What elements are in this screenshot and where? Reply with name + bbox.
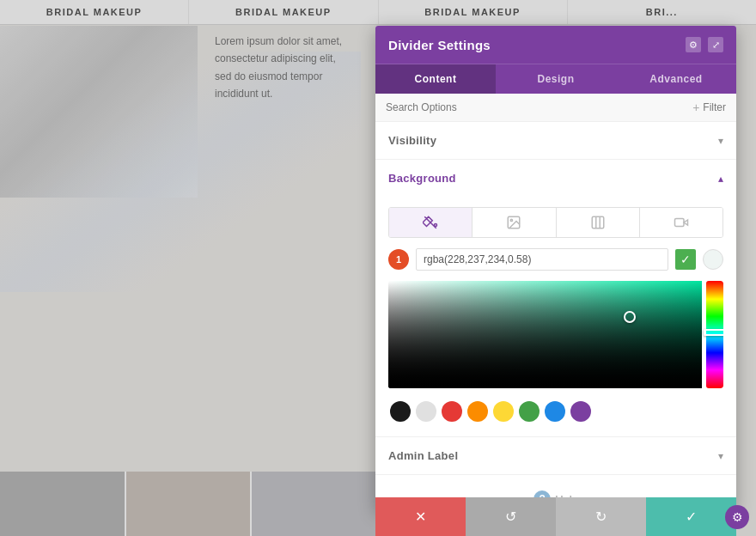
panel-tabs: Content Design Advanced [375, 64, 736, 94]
cancel-button[interactable]: ✕ [375, 497, 466, 536]
background-chevron-icon: ▴ [718, 173, 723, 185]
swatch-light-gray[interactable] [416, 401, 436, 422]
bg-type-tabs [388, 207, 723, 238]
admin-label-section[interactable]: Admin Label ▾ [375, 437, 736, 475]
svg-rect-2 [592, 216, 604, 228]
search-input[interactable] [386, 101, 692, 113]
hue-thumb [704, 329, 723, 336]
color-preview-circle [703, 249, 723, 270]
color-badge-number: 1 [388, 249, 409, 270]
swatch-yellow[interactable] [493, 401, 514, 422]
swatch-purple[interactable] [570, 401, 591, 422]
admin-label-text: Admin Label [388, 449, 458, 462]
swatch-green[interactable] [519, 401, 540, 422]
hue-slider[interactable] [706, 281, 723, 388]
panel-title: Divider Settings [388, 38, 491, 52]
filter-button[interactable]: + Filter [692, 100, 726, 114]
swatch-blue[interactable] [545, 401, 565, 422]
swatch-red[interactable] [442, 401, 462, 422]
tab-content[interactable]: Content [375, 64, 496, 94]
color-picker-area[interactable] [388, 281, 723, 388]
undo-button[interactable]: ↺ [466, 497, 556, 536]
bg-type-video[interactable] [640, 208, 722, 237]
panel-header-icons: ⚙ ⤢ [686, 37, 723, 52]
visibility-label: Visibility [388, 134, 436, 147]
filter-label: Filter [703, 101, 726, 113]
bg-type-color[interactable] [389, 208, 472, 237]
settings-icon[interactable]: ⚙ [686, 37, 701, 52]
background-section-content: 1 ✓ [375, 197, 736, 437]
svg-point-1 [511, 219, 513, 221]
redo-button[interactable]: ↻ [556, 497, 646, 536]
settings-panel: Divider Settings ⚙ ⤢ Content Design Adva… [375, 26, 736, 511]
admin-label-chevron-icon: ▾ [718, 450, 723, 462]
swatch-black[interactable] [390, 401, 411, 422]
panel-header: Divider Settings ⚙ ⤢ [375, 26, 736, 64]
tab-advanced[interactable]: Advanced [616, 64, 736, 94]
visibility-chevron-icon: ▾ [718, 135, 723, 147]
color-swatches [388, 397, 723, 426]
visibility-section-header[interactable]: Visibility ▾ [375, 122, 736, 160]
tab-design[interactable]: Design [496, 64, 616, 94]
swatch-orange[interactable] [467, 401, 488, 422]
bg-type-image[interactable] [472, 208, 556, 237]
panel-body: Visibility ▾ Background ▴ [375, 122, 736, 511]
color-confirm-button[interactable]: ✓ [675, 249, 696, 270]
color-input-row: 1 ✓ [388, 248, 723, 271]
save-button[interactable]: ✓ [646, 497, 736, 536]
gradient-canvas[interactable] [388, 281, 702, 388]
svg-rect-5 [674, 219, 684, 227]
background-label: Background [388, 172, 456, 185]
action-bar: ✕ ↺ ↻ ✓ [375, 497, 736, 536]
color-value-input[interactable] [416, 248, 668, 271]
floating-gear-button[interactable]: ⚙ [725, 505, 749, 529]
search-bar: + Filter [375, 94, 736, 122]
background-section-header[interactable]: Background ▴ [375, 160, 736, 197]
bg-type-gradient[interactable] [557, 208, 640, 237]
filter-plus-icon: + [692, 100, 699, 114]
expand-icon[interactable]: ⤢ [708, 37, 723, 52]
gradient-overlay [388, 281, 702, 388]
